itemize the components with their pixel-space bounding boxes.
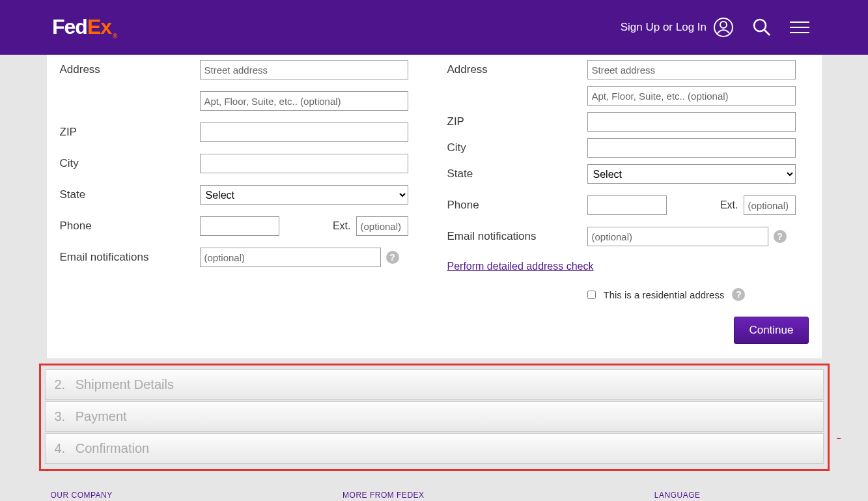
header-right: Sign Up or Log In xyxy=(621,17,809,38)
logo-reg: ® xyxy=(113,33,117,40)
from-apt-input[interactable] xyxy=(200,91,408,111)
to-email-label: Email notifications xyxy=(447,230,587,243)
step-num: 4. xyxy=(55,441,66,455)
from-email-input[interactable] xyxy=(200,248,381,267)
step-label: Confirmation xyxy=(76,441,149,455)
from-phone-input[interactable] xyxy=(200,216,279,236)
from-state-label: State xyxy=(60,188,200,201)
from-ext-input[interactable] xyxy=(356,216,408,236)
svg-line-3 xyxy=(764,30,770,35)
to-zip-label: ZIP xyxy=(447,115,587,128)
to-address-label: Address xyxy=(447,63,587,76)
to-state-select[interactable]: Select xyxy=(587,164,796,184)
logo-ex: Ex xyxy=(87,15,111,38)
steps-highlight-box: 2. Shipment Details 3. Payment 4. Confir… xyxy=(39,364,830,471)
help-icon[interactable]: ? xyxy=(774,230,787,243)
step-confirmation[interactable]: 4. Confirmation xyxy=(45,433,824,464)
to-phone-input[interactable] xyxy=(587,195,667,215)
step-label: Shipment Details xyxy=(76,377,174,392)
step-payment[interactable]: 3. Payment xyxy=(45,401,824,432)
logo-fed: Fed xyxy=(52,15,87,38)
fedex-logo[interactable]: FedEx® xyxy=(52,15,117,40)
main-content: Address ZIP City State Select xyxy=(47,55,822,358)
from-city-label: City xyxy=(60,157,200,170)
step-num: 3. xyxy=(55,409,66,423)
address-form: Address ZIP City State Select xyxy=(60,55,809,301)
search-icon[interactable] xyxy=(752,18,772,37)
from-email-label: Email notifications xyxy=(60,251,200,264)
svg-point-1 xyxy=(720,21,727,28)
from-ext-label: Ext. xyxy=(333,220,351,232)
site-header: FedEx® Sign Up or Log In xyxy=(0,0,868,55)
footer-language[interactable]: LANGUAGE xyxy=(654,491,701,500)
to-city-input[interactable] xyxy=(587,138,796,158)
from-zip-input[interactable] xyxy=(200,122,408,142)
user-icon xyxy=(713,17,734,38)
to-zip-input[interactable] xyxy=(587,112,796,132)
step-label: Payment xyxy=(76,409,127,423)
to-ext-label: Ext. xyxy=(720,199,738,211)
footer: OUR COMPANY MORE FROM FEDEX LANGUAGE xyxy=(47,491,822,500)
to-state-label: State xyxy=(447,167,587,180)
residential-label: This is a residential address xyxy=(604,289,725,300)
from-address-label: Address xyxy=(60,63,200,76)
to-street-input[interactable] xyxy=(587,60,796,79)
to-column: Address ZIP City State Select xyxy=(447,60,809,301)
residential-checkbox[interactable] xyxy=(587,291,596,299)
to-email-input[interactable] xyxy=(587,227,768,246)
from-column: Address ZIP City State Select xyxy=(60,60,421,301)
from-zip-label: ZIP xyxy=(60,126,200,139)
signin-link[interactable]: Sign Up or Log In xyxy=(621,17,734,38)
to-apt-input[interactable] xyxy=(587,86,796,106)
step-num: 2. xyxy=(55,377,66,392)
step-shipment-details[interactable]: 2. Shipment Details xyxy=(45,369,824,400)
from-phone-label: Phone xyxy=(60,220,200,233)
to-phone-label: Phone xyxy=(447,199,587,212)
to-city-label: City xyxy=(447,141,587,154)
address-check-link[interactable]: Perform detailed address check xyxy=(447,261,594,272)
footer-more-from-fedex[interactable]: MORE FROM FEDEX xyxy=(343,491,425,500)
signin-text: Sign Up or Log In xyxy=(621,21,707,34)
from-street-input[interactable] xyxy=(200,60,408,79)
from-city-input[interactable] xyxy=(200,154,408,173)
svg-point-2 xyxy=(754,20,766,31)
to-ext-input[interactable] xyxy=(744,195,796,215)
annotation-tick xyxy=(837,438,841,439)
help-icon[interactable]: ? xyxy=(732,288,745,301)
from-state-select[interactable]: Select xyxy=(200,185,408,205)
continue-button[interactable]: Continue xyxy=(734,317,808,344)
menu-icon[interactable] xyxy=(790,21,809,33)
footer-our-company[interactable]: OUR COMPANY xyxy=(51,491,113,500)
help-icon[interactable]: ? xyxy=(386,251,399,264)
